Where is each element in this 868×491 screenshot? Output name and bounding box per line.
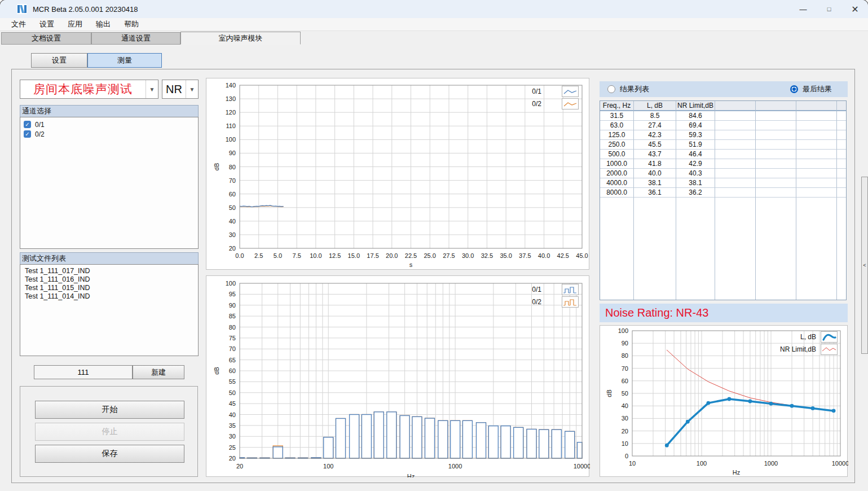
table-cell: 36.2	[676, 188, 715, 198]
channel-checkbox[interactable]: ✓	[24, 121, 31, 128]
last-result-radio-label[interactable]: 最后结果	[803, 84, 832, 94]
svg-text:25.0: 25.0	[424, 252, 436, 259]
results-list-radio-label[interactable]: 结果列表	[620, 84, 649, 94]
channel-item[interactable]: ✓0/1	[20, 120, 198, 129]
table-cell	[756, 150, 796, 159]
table-cell	[837, 188, 846, 198]
svg-text:7.5: 7.5	[293, 252, 301, 259]
menu-item-help[interactable]: 帮助	[117, 18, 146, 30]
channel-checkbox[interactable]: ✓	[24, 130, 31, 138]
table-cell	[756, 169, 796, 178]
svg-text:55: 55	[229, 378, 236, 385]
svg-text:10000: 10000	[832, 460, 848, 467]
svg-text:90: 90	[622, 340, 628, 347]
tab-document-settings[interactable]: 文档设置	[1, 32, 91, 45]
subtab-settings[interactable]: 设置	[31, 53, 87, 68]
new-file-button[interactable]: 新建	[133, 365, 184, 379]
svg-text:40: 40	[229, 411, 236, 418]
save-button[interactable]: 保存	[35, 445, 184, 463]
table-cell: 42.3	[634, 130, 676, 140]
menu-item-settings[interactable]: 设置	[33, 18, 61, 30]
svg-text:0.0: 0.0	[235, 252, 244, 259]
close-button[interactable]: ✕	[842, 0, 868, 18]
minimize-button[interactable]: —	[790, 0, 816, 18]
file-item[interactable]: Test 1_111_017_IND	[25, 267, 198, 275]
table-cell: 41.8	[634, 159, 676, 169]
svg-text:17.5: 17.5	[367, 252, 378, 259]
spectrum-chart-legend: 0/10/2	[513, 284, 579, 308]
start-button[interactable]: 开始	[35, 401, 184, 419]
svg-text:80: 80	[229, 164, 236, 170]
table-cell	[837, 121, 846, 130]
nr-rating-chart: 101001000100000102030405060708090100HzdB…	[600, 325, 848, 477]
legend-bar-icon	[562, 284, 579, 295]
rating-type-combo[interactable]: NR ▼	[162, 80, 199, 99]
table-row: 31.58.584.6	[600, 111, 846, 121]
svg-text:100: 100	[226, 136, 236, 143]
table-cell: 40.0	[634, 169, 676, 178]
table-header-cell	[756, 101, 796, 111]
svg-text:130: 130	[226, 95, 236, 102]
channel-list: ✓0/1✓0/2	[20, 117, 199, 249]
chevron-down-icon[interactable]: ▼	[146, 80, 158, 98]
table-cell	[715, 178, 756, 188]
results-list-radio[interactable]	[607, 85, 615, 93]
last-result-radio[interactable]	[790, 85, 798, 93]
test-type-combo[interactable]: 房间本底噪声测试 ▼	[20, 80, 158, 99]
table-cell	[634, 198, 676, 300]
svg-text:Hz: Hz	[407, 473, 415, 477]
legend-entry: 0/2	[513, 296, 579, 308]
file-item[interactable]: Test 1_111_014_IND	[25, 292, 198, 301]
maximize-button[interactable]: □	[816, 0, 842, 18]
legend-line-icon	[562, 86, 579, 97]
results-table: Freq., HzL, dBNR Limit,dB31.58.584.663.0…	[600, 100, 847, 300]
svg-text:27.5: 27.5	[443, 252, 455, 259]
stop-button: 停止	[35, 423, 184, 441]
table-cell	[837, 111, 846, 121]
subtab-measure[interactable]: 测量	[87, 53, 162, 68]
table-cell	[837, 130, 846, 140]
table-cell	[796, 130, 837, 140]
svg-text:30: 30	[229, 231, 236, 238]
menu-item-application[interactable]: 应用	[61, 18, 89, 30]
svg-text:15.0: 15.0	[348, 252, 360, 259]
menu-item-file[interactable]: 文件	[5, 18, 33, 30]
table-cell	[715, 121, 756, 130]
svg-text:dB: dB	[606, 389, 613, 397]
tab-channel-settings[interactable]: 通道设置	[91, 32, 180, 45]
svg-text:65: 65	[229, 357, 236, 363]
svg-text:50: 50	[229, 204, 236, 211]
table-cell	[756, 159, 796, 169]
panel-collapse-handle[interactable]: <	[861, 177, 868, 354]
svg-text:s: s	[409, 261, 413, 268]
legend-label: 0/2	[513, 298, 541, 306]
table-row: 1000.041.842.9	[600, 159, 846, 169]
file-item[interactable]: Test 1_111_016_IND	[25, 275, 198, 284]
table-cell: 1000.0	[600, 159, 634, 169]
table-row: 125.042.359.3	[600, 130, 846, 140]
svg-text:35.0: 35.0	[500, 252, 512, 259]
file-name-input[interactable]	[34, 365, 133, 379]
table-header-row: Freq., HzL, dBNR Limit,dB	[600, 101, 846, 111]
file-item[interactable]: Test 1_111_015_IND	[25, 284, 198, 292]
channel-label: 0/2	[35, 130, 45, 138]
time-history-chart: 0.02.55.07.510.012.515.017.520.022.525.0…	[206, 78, 589, 270]
tab-room-noise-module[interactable]: 室内噪声模块	[180, 32, 301, 45]
svg-text:20: 20	[622, 428, 628, 435]
time-chart-legend: 0/10/2	[513, 86, 579, 109]
legend-label: 0/2	[513, 100, 541, 108]
table-cell	[796, 140, 837, 150]
chevron-down-icon[interactable]: ▼	[186, 80, 198, 98]
svg-text:95: 95	[229, 291, 236, 297]
table-cell	[796, 121, 837, 130]
table-cell: 2000.0	[600, 169, 634, 178]
table-cell	[715, 169, 756, 178]
table-cell	[756, 198, 796, 300]
subtab-settings-label: 设置	[52, 55, 67, 65]
table-cell: 45.5	[634, 140, 676, 150]
table-cell	[715, 150, 756, 159]
menu-item-output[interactable]: 输出	[89, 18, 117, 30]
table-cell	[715, 198, 756, 300]
channel-select-header: 通道选择	[20, 105, 199, 117]
channel-item[interactable]: ✓0/2	[20, 129, 198, 139]
